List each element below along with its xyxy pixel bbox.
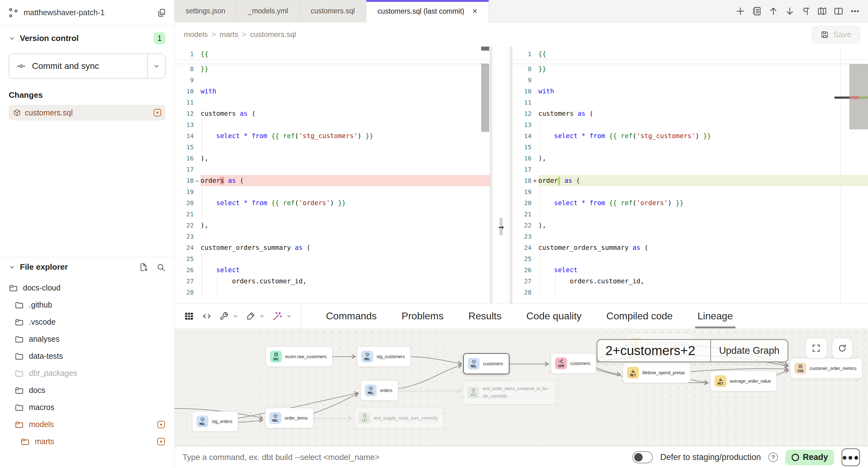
met-badge-icon: MET xyxy=(715,375,726,387)
file-tree-item-macros[interactable]: macros xyxy=(0,399,174,416)
code-token: {{ xyxy=(609,132,617,139)
mdl-badge-icon: MDL xyxy=(196,415,208,427)
copy-file-icon[interactable] xyxy=(157,8,166,18)
code-token xyxy=(586,132,590,139)
code-token: select xyxy=(216,199,240,207)
line-number: 23 xyxy=(512,231,531,242)
tab--models-yml[interactable]: _models.yml xyxy=(237,0,300,22)
commit-and-sync-button[interactable]: Commit and sync xyxy=(9,54,165,79)
modified-status-badge xyxy=(157,421,165,428)
code-token: from xyxy=(251,132,267,139)
line-number: 23 xyxy=(175,231,194,242)
code-content: {{ xyxy=(538,49,868,60)
ellipsis-icon[interactable] xyxy=(850,6,860,16)
tab-settings-json[interactable]: settings.json xyxy=(175,0,237,22)
indent-guide xyxy=(555,287,555,298)
pilcrow-icon[interactable] xyxy=(801,6,811,16)
commit-options-caret[interactable] xyxy=(147,54,165,78)
code-token: orders.customer_id, xyxy=(200,277,306,285)
diff-pane-modified[interactable]: 1{{8}}910with1112customers as (1314 sele… xyxy=(512,46,868,304)
diff-marker xyxy=(194,130,200,142)
diff-marker xyxy=(531,209,538,220)
panel-tab-problems[interactable]: Problems xyxy=(402,304,444,329)
chevron-down-icon[interactable] xyxy=(259,313,265,319)
lineage-canvas[interactable]: SRCecom.raw_customersMDLstg_customersMDL… xyxy=(175,329,868,446)
line-number: 12 xyxy=(175,108,194,119)
defer-toggle[interactable] xyxy=(632,451,653,463)
diff-marker xyxy=(531,242,538,253)
save-button[interactable]: Save xyxy=(812,26,860,43)
split-view-icon[interactable] xyxy=(834,6,843,16)
file-tree-item-models[interactable]: models xyxy=(0,416,174,433)
arrow-down-icon[interactable] xyxy=(785,6,795,16)
notebook-icon[interactable] xyxy=(752,6,762,16)
folder-open-icon xyxy=(14,317,24,327)
line-number: 14 xyxy=(512,130,531,142)
chevron-down-icon[interactable] xyxy=(9,264,16,271)
lineage-node-order-items[interactable]: MDLorder_items xyxy=(265,408,314,428)
refresh-button[interactable] xyxy=(832,338,852,358)
lineage-node-average-order-value[interactable]: METaverage_order_value xyxy=(710,371,777,391)
help-icon[interactable]: ? xyxy=(768,453,778,462)
chevron-down-icon[interactable] xyxy=(286,313,291,319)
format-icon[interactable] xyxy=(246,311,255,321)
code-content xyxy=(538,74,868,86)
map-icon[interactable] xyxy=(817,6,827,16)
fullscreen-button[interactable] xyxy=(805,338,827,358)
lineage-node-orders[interactable]: MDLorders xyxy=(361,380,398,401)
code-token: select xyxy=(554,132,578,139)
tab-customers-sql-last-commit-[interactable]: customers.sql (last commit)× xyxy=(366,0,489,22)
changed-file-row[interactable]: customers.sql xyxy=(9,105,165,120)
editor-header: models>marts>customers.sql Save xyxy=(175,22,868,46)
close-icon[interactable]: × xyxy=(472,6,477,16)
line-number: 21 xyxy=(512,209,531,220)
lineage-node-customers[interactable]: SEMcustomers xyxy=(551,353,596,374)
lineage-node-customer-order-metrics[interactable]: SVQcustomer_order_metrics xyxy=(790,358,862,379)
copilot-icon[interactable] xyxy=(272,311,282,321)
lineage-node-customers[interactable]: MDLcustomers xyxy=(463,353,509,374)
file-tree-item-marts[interactable]: marts xyxy=(0,433,174,450)
panel-tab-commands[interactable]: Commands xyxy=(326,304,377,329)
left-scrollbar[interactable] xyxy=(481,64,489,132)
tab-customers-sql[interactable]: customers.sql xyxy=(300,0,366,22)
command-input[interactable] xyxy=(183,453,625,462)
file-tree-item--github[interactable]: .github xyxy=(0,297,174,313)
file-tree-item-dbt-packages[interactable]: dbt_packages xyxy=(0,365,174,382)
results-table-icon[interactable] xyxy=(184,311,194,321)
lineage-node-lifetime-spend-pretax[interactable]: METlifetime_spend_pretax xyxy=(623,363,691,383)
breadcrumb-segment[interactable]: customers.sql xyxy=(250,30,296,39)
panel-tab-results[interactable]: Results xyxy=(468,304,502,329)
new-file-icon[interactable] xyxy=(139,262,148,272)
plus-icon[interactable] xyxy=(736,6,745,16)
more-options-button[interactable]: ●●● xyxy=(842,448,860,466)
lineage-selector-input[interactable]: 2+customers+2 xyxy=(597,340,710,362)
chevron-down-icon[interactable] xyxy=(9,35,16,42)
file-tree-item-data-tests[interactable]: data-tests xyxy=(0,348,174,365)
breadcrumb-segment[interactable]: marts xyxy=(219,30,238,39)
chevron-down-icon[interactable] xyxy=(233,313,238,319)
lineage-node-stg-orders[interactable]: MDLstg_orders xyxy=(192,411,238,432)
panel-tab-compiled-code[interactable]: Compiled code xyxy=(606,304,673,329)
code-token: }} xyxy=(676,199,684,207)
file-tree-item-docs-cloud[interactable]: docs-cloud xyxy=(0,279,174,297)
search-icon[interactable] xyxy=(156,262,165,272)
code-icon[interactable] xyxy=(202,311,212,321)
lineage-node-test-order-items-compute-to-bools-correctly[interactable]: TSTtest_order_items_compute_to_bools_cor… xyxy=(463,381,555,404)
lineage-node-ecom-raw-customers[interactable]: SRCecom.raw_customers xyxy=(266,346,333,367)
diff-pane-original[interactable]: 1{{8}}910with1112customers as (1314 sele… xyxy=(175,46,490,304)
accept-change-arrow[interactable]: → xyxy=(495,221,507,232)
lineage-node-test-supply-costs-sum-correctly[interactable]: TSTtest_supply_costs_sum_correctly xyxy=(354,408,444,428)
update-graph-button[interactable]: Update Graph xyxy=(710,340,787,362)
panel-tab-code-quality[interactable]: Code quality xyxy=(526,304,582,329)
code-token: ) xyxy=(330,199,334,207)
lineage-node-stg-customers[interactable]: MDLstg_customers xyxy=(357,346,411,367)
file-tree-item--vscode[interactable]: .vscode xyxy=(0,313,174,331)
file-tree-item-docs[interactable]: docs xyxy=(0,382,174,399)
code-line-1: 1{{ xyxy=(512,49,868,60)
wrench-icon[interactable] xyxy=(219,311,229,321)
breadcrumb-segment[interactable]: models xyxy=(184,30,208,39)
arrow-up-icon[interactable] xyxy=(768,6,778,16)
code-line-12: 12customers as ( xyxy=(512,108,868,119)
file-tree-item-analyses[interactable]: analyses xyxy=(0,331,174,348)
panel-tab-lineage[interactable]: Lineage xyxy=(698,304,733,329)
